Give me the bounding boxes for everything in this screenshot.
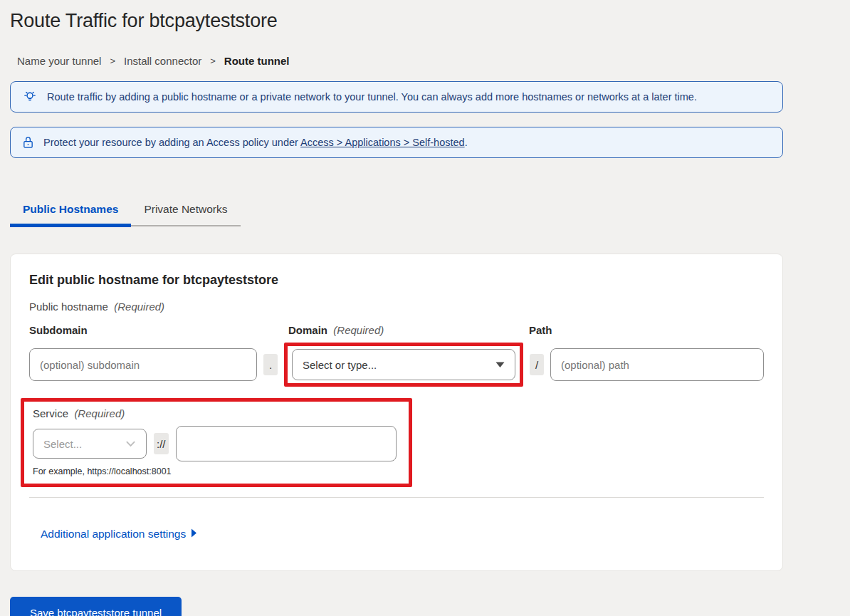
additional-settings-label: Additional application settings <box>41 528 186 541</box>
scheme-separator: :// <box>154 433 169 454</box>
service-type-value: Select... <box>43 438 82 450</box>
save-tunnel-button[interactable]: Save btcpayteststore tunnel <box>10 597 182 616</box>
service-url-input[interactable] <box>176 426 397 461</box>
domain-highlight-box: Select or type... <box>284 343 523 387</box>
step-route-tunnel: Route tunnel <box>224 55 290 67</box>
path-input[interactable] <box>550 348 764 381</box>
chevron-down-icon <box>125 440 136 447</box>
page-title: Route Traffic for btcpayteststore <box>10 10 783 32</box>
access-banner-suffix: . <box>465 137 468 148</box>
required-tag: (Required) <box>114 301 164 313</box>
info-banner-text: Route traffic by adding a public hostnam… <box>47 91 697 103</box>
arrow-right-icon <box>191 528 197 541</box>
lightbulb-icon <box>22 89 38 105</box>
hostname-labels-row: Subdomain Domain (Required) Path <box>29 324 764 336</box>
step-name-your-tunnel[interactable]: Name your tunnel <box>17 55 101 67</box>
divider <box>29 497 764 498</box>
edit-hostname-card: Edit public hostname for btcpayteststore… <box>10 254 783 571</box>
domain-label: Domain (Required) <box>284 324 523 336</box>
public-hostname-caption: Public hostname (Required) <box>29 301 764 313</box>
public-hostname-label: Public hostname <box>29 301 108 313</box>
service-type-select[interactable]: Select... <box>33 429 147 459</box>
tab-public-hostnames-label: Public Hostnames <box>23 203 118 215</box>
tab-bar: Public Hostnames Private Networks <box>10 198 241 226</box>
breadcrumb-separator: > <box>210 56 216 66</box>
service-hint: For example, https://localhost:8001 <box>33 466 400 476</box>
additional-settings-link[interactable]: Additional application settings <box>41 528 197 541</box>
dropdown-caret-icon <box>495 362 505 368</box>
page: Route Traffic for btcpayteststore Name y… <box>10 0 783 616</box>
domain-select[interactable]: Select or type... <box>292 349 515 380</box>
tab-public-hostnames[interactable]: Public Hostnames <box>10 198 131 225</box>
breadcrumb-separator: > <box>110 56 115 66</box>
subdomain-input[interactable] <box>29 348 257 381</box>
access-applications-link[interactable]: Access > Applications > Self-hosted <box>300 137 465 148</box>
tab-private-networks-label: Private Networks <box>144 203 227 215</box>
service-label: Service (Required) <box>33 407 400 419</box>
required-tag: (Required) <box>74 407 125 419</box>
path-label: Path <box>529 324 764 336</box>
dot-separator: . <box>263 354 278 375</box>
required-tag: (Required) <box>333 324 384 336</box>
service-row: Select... :// <box>33 426 400 461</box>
info-banner: Route traffic by adding a public hostnam… <box>10 81 783 113</box>
card-heading: Edit public hostname for btcpayteststore <box>29 273 764 288</box>
breadcrumb: Name your tunnel > Install connector > R… <box>10 55 783 67</box>
hostname-inputs-row: . Select or type... / <box>29 343 764 387</box>
access-banner-prefix: Protect your resource by adding an Acces… <box>43 137 300 148</box>
lock-icon <box>22 135 34 150</box>
service-highlight-box: Service (Required) Select... :// For exa… <box>21 398 412 487</box>
access-banner: Protect your resource by adding an Acces… <box>10 127 783 158</box>
tab-private-networks[interactable]: Private Networks <box>131 198 240 225</box>
slash-separator: / <box>530 354 544 375</box>
step-install-connector[interactable]: Install connector <box>124 55 201 67</box>
domain-select-value: Select or type... <box>303 359 377 371</box>
subdomain-label: Subdomain <box>29 324 257 336</box>
access-banner-text: Protect your resource by adding an Acces… <box>43 137 468 148</box>
